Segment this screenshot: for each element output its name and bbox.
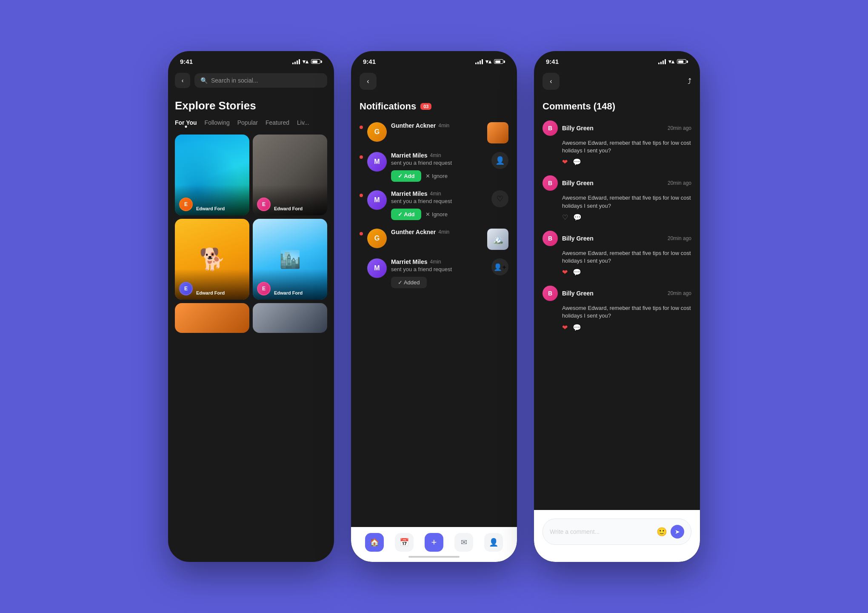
notif-avatar-gunther-1: G bbox=[367, 122, 387, 142]
notification-item-3: M Marriet Miles 4min sent you a friend r… bbox=[360, 190, 508, 220]
tab-following[interactable]: Following bbox=[205, 119, 230, 128]
status-icons-right: ▾▴ bbox=[658, 58, 688, 65]
signal-icon-center bbox=[475, 59, 483, 64]
added-button-5[interactable]: ✓ Added bbox=[391, 277, 427, 288]
center-header-row: ‹ bbox=[351, 69, 517, 97]
comment-actions-3: ❤ 💬 bbox=[542, 268, 691, 276]
reply-icon-3[interactable]: 💬 bbox=[573, 268, 581, 276]
comment-actions-1: ❤ 💬 bbox=[542, 158, 691, 166]
heart-icon-3[interactable]: ♡ bbox=[491, 190, 508, 207]
add-button-2[interactable]: ✓ Add bbox=[391, 170, 421, 182]
story-card-2[interactable]: E Edward Ford bbox=[253, 135, 327, 215]
comment-text-3: Awesome Edward, remeber that five tips f… bbox=[542, 249, 691, 265]
comment-text-4: Awesome Edward, remeber that five tips f… bbox=[542, 304, 691, 320]
notif-avatar-gunther-2: G bbox=[367, 229, 387, 248]
wifi-icon-center: ▾▴ bbox=[485, 58, 491, 65]
comment-name-2: Billy Green bbox=[562, 180, 663, 186]
nav-tab-person[interactable]: 👤 bbox=[484, 533, 503, 552]
story-card-5[interactable] bbox=[175, 303, 249, 333]
story-card-4[interactable]: 🏙️ E Edward Ford bbox=[253, 219, 327, 300]
search-box[interactable]: 🔍 Search in social... bbox=[194, 73, 327, 88]
reply-icon-1[interactable]: 💬 bbox=[573, 158, 581, 166]
comment-item-1: B Billy Green 20min ago Awesome Edward, … bbox=[542, 120, 691, 166]
tab-featured[interactable]: Featured bbox=[266, 119, 289, 128]
notif-thumb-4: 🏔️ bbox=[487, 229, 508, 250]
notifications-title: Notifications bbox=[360, 101, 416, 112]
notif-name-2: Marriet Miles bbox=[391, 152, 428, 159]
story-avatar-2: E bbox=[257, 198, 271, 211]
comments-title: Comments (148) bbox=[542, 101, 615, 112]
comment-avatar-4: B bbox=[542, 286, 558, 301]
notif-avatar-marriet-3: M bbox=[367, 258, 387, 278]
nav-tab-calendar[interactable]: 📅 bbox=[395, 533, 414, 552]
status-time-center: 9:41 bbox=[363, 58, 376, 65]
back-button-right[interactable]: ‹ bbox=[542, 73, 560, 90]
wifi-icon-right: ▾▴ bbox=[668, 58, 674, 65]
comment-input-box[interactable]: Write a comment... 🙂 ➤ bbox=[542, 518, 691, 545]
reply-icon-4[interactable]: 💬 bbox=[573, 324, 581, 332]
notif-text-5: sent you a friend request bbox=[391, 266, 487, 272]
like-icon-2[interactable]: ♡ bbox=[562, 213, 568, 221]
story-card-1[interactable]: E Edward Ford bbox=[175, 135, 249, 215]
story-name-4: Edward Ford bbox=[274, 290, 303, 295]
status-bar-center: 9:41 ▾▴ bbox=[351, 51, 517, 69]
tabs-row: For You Following Popular Featured Liv..… bbox=[168, 119, 334, 135]
story-name-2: Edward Ford bbox=[274, 206, 303, 211]
back-button-center[interactable]: ‹ bbox=[360, 73, 377, 90]
comment-avatar-2: B bbox=[542, 175, 558, 191]
send-button[interactable]: ➤ bbox=[671, 525, 684, 539]
emoji-icon[interactable]: 🙂 bbox=[657, 527, 667, 537]
like-icon-1[interactable]: ❤ bbox=[562, 158, 568, 166]
like-icon-4[interactable]: ❤ bbox=[562, 324, 568, 332]
notif-body-4: Gunther Ackner 4min bbox=[391, 229, 483, 236]
notifications-badge: 03 bbox=[420, 103, 431, 110]
status-icons-left: ▾▴ bbox=[292, 58, 322, 65]
comment-name-1: Billy Green bbox=[562, 125, 663, 132]
unread-dot-4 bbox=[360, 232, 363, 235]
right-header-row: ‹ ⤴ bbox=[534, 69, 700, 97]
notif-actions-2: ✓ Add ✕ Ignore bbox=[391, 170, 487, 182]
tab-for-you[interactable]: For You bbox=[175, 119, 197, 128]
signal-icon-right bbox=[658, 59, 666, 64]
nav-tab-plus[interactable]: + bbox=[425, 533, 443, 552]
comment-time-3: 20min ago bbox=[668, 235, 691, 241]
ignore-button-3[interactable]: ✕ Ignore bbox=[425, 211, 447, 218]
like-icon-3[interactable]: ❤ bbox=[562, 268, 568, 276]
comment-time-2: 20min ago bbox=[668, 180, 691, 186]
notif-name-3: Marriet Miles bbox=[391, 190, 428, 197]
notif-thumb-1 bbox=[487, 122, 508, 143]
notif-body-3: Marriet Miles 4min sent you a friend req… bbox=[391, 190, 487, 220]
notif-text-2: sent you a friend request bbox=[391, 160, 487, 166]
nav-tab-home[interactable]: 🏠 bbox=[365, 533, 384, 552]
tab-live[interactable]: Liv... bbox=[297, 119, 309, 128]
notif-name-5: Marriet Miles bbox=[391, 258, 428, 265]
story-avatar-4: E bbox=[257, 282, 271, 295]
person-add-icon-5[interactable]: 👤+ bbox=[491, 258, 508, 275]
home-indicator-center bbox=[408, 556, 460, 558]
search-bar-row: ‹ 🔍 Search in social... bbox=[168, 69, 334, 95]
comment-meta-2: B Billy Green 20min ago bbox=[542, 175, 691, 191]
add-button-3[interactable]: ✓ Add bbox=[391, 209, 421, 220]
comment-input-icons: 🙂 ➤ bbox=[657, 525, 684, 539]
share-icon[interactable]: ⤴ bbox=[688, 77, 691, 86]
unread-dot-2 bbox=[360, 155, 363, 159]
comment-time-1: 20min ago bbox=[668, 125, 691, 131]
unread-dot-3 bbox=[360, 194, 363, 197]
notif-body-5: Marriet Miles 4min sent you a friend req… bbox=[391, 258, 487, 288]
back-button-left[interactable]: ‹ bbox=[175, 73, 190, 88]
notification-item-2: M Marriet Miles 4min sent you a friend r… bbox=[360, 152, 508, 182]
comment-actions-4: ❤ 💬 bbox=[542, 324, 691, 332]
notification-item-1: G Gunther Ackner 4min bbox=[360, 122, 508, 143]
comment-item-3: B Billy Green 20min ago Awesome Edward, … bbox=[542, 231, 691, 276]
nav-tab-mail[interactable]: ✉ bbox=[454, 533, 473, 552]
battery-icon-center bbox=[494, 59, 505, 64]
story-card-6[interactable] bbox=[253, 303, 327, 333]
story-card-3[interactable]: 🐕 E Edward Ford bbox=[175, 219, 249, 300]
tab-popular[interactable]: Popular bbox=[237, 119, 258, 128]
reply-icon-2[interactable]: 💬 bbox=[573, 213, 582, 221]
wifi-icon: ▾▴ bbox=[303, 58, 308, 65]
person-add-icon-2[interactable]: 👤 bbox=[491, 152, 508, 169]
comment-name-3: Billy Green bbox=[562, 235, 663, 242]
ignore-button-2[interactable]: ✕ Ignore bbox=[425, 173, 447, 179]
comment-input-placeholder[interactable]: Write a comment... bbox=[550, 528, 652, 535]
